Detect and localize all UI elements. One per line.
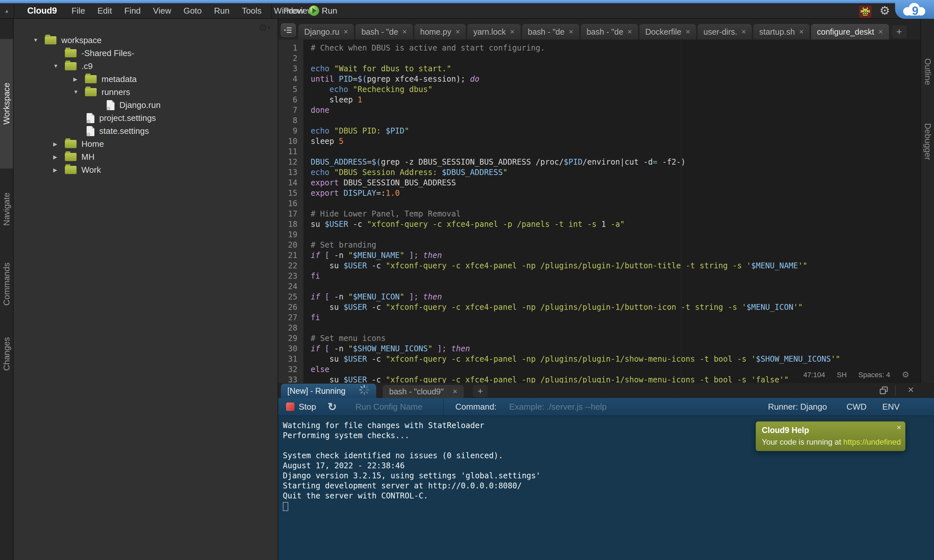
sidebar-tab-outline[interactable]: Outline (921, 42, 934, 102)
editor-tab-bash-de[interactable]: bash - "de× (581, 24, 638, 40)
maximize-console-icon[interactable] (879, 386, 889, 396)
editor-tab-startup-sh[interactable]: startup.sh× (754, 24, 809, 40)
tree-item-state-settings[interactable]: state.settings (14, 125, 277, 137)
command-input[interactable]: Example: ./server.js --help (509, 398, 607, 415)
tree-item-work[interactable]: ▶Work (14, 163, 277, 176)
running-url-link[interactable]: https://undefined (843, 437, 901, 446)
folder-icon (85, 88, 97, 96)
svg-text:9: 9 (912, 4, 919, 17)
bug-report-icon[interactable] (859, 5, 872, 18)
close-icon[interactable]: × (686, 27, 690, 36)
editor-tab-label: startup.sh (759, 27, 795, 37)
editor-tab-configure-deskt[interactable]: configure_deskt× (811, 24, 889, 40)
menu-view[interactable]: View (147, 6, 177, 15)
close-icon[interactable]: × (799, 27, 804, 36)
menu-goto[interactable]: Goto (177, 6, 208, 15)
close-icon[interactable]: × (510, 27, 515, 36)
menu-tools[interactable]: Tools (236, 6, 268, 15)
editor-status-bar: 47:104 SH Spaces: 4 ⚙ (803, 370, 909, 380)
console-tab-running[interactable]: [New] - Running (281, 384, 376, 398)
code-content: # Check when DBUS is active and start co… (311, 43, 920, 383)
status-gear-icon[interactable]: ⚙ (902, 370, 909, 380)
close-icon[interactable]: × (627, 27, 632, 36)
new-tab-button[interactable]: + (892, 25, 907, 38)
editor-tab-dockerfile[interactable]: Dockerfile× (640, 24, 696, 40)
tree-item-runners[interactable]: ▼runners (14, 86, 277, 98)
disclosure-open-icon[interactable]: ▼ (53, 63, 65, 69)
close-console-icon[interactable]: × (908, 384, 914, 396)
collapse-panel-button[interactable]: ▲ (0, 3, 14, 18)
editor-tab-home-py[interactable]: home.py× (415, 24, 466, 40)
new-console-tab-button[interactable]: + (473, 385, 488, 397)
tree-item-metadata[interactable]: ▶metadata (14, 72, 277, 86)
menu-run[interactable]: Run (208, 6, 236, 15)
close-icon[interactable]: × (741, 27, 746, 36)
sidebar-tab-workspace[interactable]: Workspace (0, 39, 13, 169)
disclosure-closed-icon[interactable]: ▶ (73, 76, 85, 82)
folder-icon (85, 75, 97, 83)
editor-tab-label: yarn.lock (473, 27, 506, 37)
disclosure-open-icon[interactable]: ▼ (33, 37, 45, 43)
close-icon[interactable]: × (569, 27, 573, 36)
editor-tab-user-dirs[interactable]: user-dirs.× (698, 24, 752, 40)
run-button[interactable]: Run (309, 3, 337, 18)
code-editor[interactable]: 1234567891011121314151617181920212223242… (278, 40, 920, 383)
tree-item-label: Django.run (119, 100, 160, 110)
sidebar-tab-changes[interactable]: Changes (0, 323, 13, 385)
tree-item-label: metadata (102, 74, 137, 84)
env-button[interactable]: ENV (882, 398, 900, 415)
tree-settings-gear-icon[interactable]: ⚙ ▾ (259, 22, 270, 33)
editor-tab-bash-de[interactable]: bash - "de× (522, 24, 579, 40)
menu-edit[interactable]: Edit (91, 6, 118, 15)
app-menu-cloud9[interactable]: Cloud9 (21, 6, 66, 16)
folder-icon (65, 49, 77, 57)
cloud9-logo[interactable]: 9 (895, 0, 934, 19)
sidebar-tab-label: Outline (923, 58, 933, 85)
disclosure-open-icon[interactable]: ▼ (73, 89, 85, 95)
close-icon[interactable]: × (453, 387, 457, 396)
editor-tab-bar: Django.ru×bash - "de×home.py×yarn.lock×b… (278, 19, 920, 40)
editor-tab-django-ru[interactable]: Django.ru× (298, 24, 354, 40)
close-icon[interactable]: × (344, 27, 348, 36)
file-tree: ▼workspace-Shared Files-▼.c9▶metadata▼ru… (14, 34, 277, 176)
tree-item-django-run[interactable]: Django.run (14, 98, 277, 111)
command-label: Command: (455, 398, 496, 415)
tree-item-label: workspace (61, 35, 102, 45)
folder-icon (65, 153, 77, 161)
sidebar-tab-debugger[interactable]: Debugger (921, 102, 934, 181)
sidebar-tab-navigate[interactable]: Navigate (0, 177, 13, 242)
spaces-setting[interactable]: Spaces: 4 (858, 371, 890, 379)
tree-item-project-settings[interactable]: project.settings (14, 111, 277, 125)
disclosure-closed-icon[interactable]: ▶ (53, 141, 65, 147)
settings-gear-icon[interactable]: ⚙ (880, 3, 890, 18)
tree-item-c9[interactable]: ▼.c9 (14, 60, 277, 72)
restart-icon[interactable]: ↻ (328, 398, 337, 415)
code-line (311, 198, 920, 209)
tree-item-home[interactable]: ▶Home (14, 137, 277, 150)
editor-tab-yarn-lock[interactable]: yarn.lock× (467, 24, 520, 40)
runner-selector[interactable]: Runner: Django (768, 398, 827, 415)
stop-button[interactable]: Stop (286, 398, 316, 415)
menu-file[interactable]: File (66, 6, 91, 15)
tree-item-mh[interactable]: ▶MH (14, 150, 277, 163)
console-tab-bash-cloud9[interactable]: bash - "cloud9" × (383, 385, 464, 398)
code-line (311, 146, 920, 157)
disclosure-closed-icon[interactable]: ▶ (53, 167, 65, 173)
tab-list-button[interactable] (281, 23, 296, 37)
run-config-name-input[interactable]: Run Config Name (355, 398, 422, 415)
close-icon[interactable]: × (402, 27, 407, 36)
close-icon[interactable]: × (455, 27, 460, 36)
disclosure-closed-icon[interactable]: ▶ (53, 154, 65, 160)
syntax-mode[interactable]: SH (837, 371, 847, 379)
code-line: fi (311, 312, 920, 323)
menu-find[interactable]: Find (118, 6, 147, 15)
close-icon[interactable]: × (897, 423, 901, 432)
close-icon[interactable]: × (879, 27, 883, 36)
tree-item-shared-files[interactable]: -Shared Files- (14, 47, 277, 60)
editor-tab-bash-de[interactable]: bash - "de× (355, 24, 413, 40)
cwd-button[interactable]: CWD (846, 398, 866, 415)
code-line: echo "Rechecking dbus" (311, 84, 920, 95)
sidebar-tab-commands[interactable]: Commands (0, 249, 13, 318)
editor-tab-label: bash - "de (587, 27, 623, 37)
tree-item-workspace[interactable]: ▼workspace (14, 34, 277, 47)
